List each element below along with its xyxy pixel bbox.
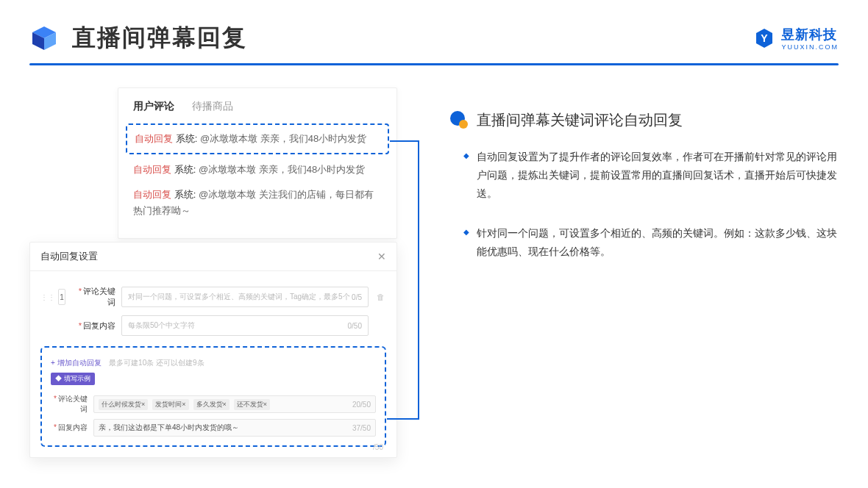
comment-row: 自动回复 系统: @冰墩墩本墩 亲亲，我们48小时内发货 (133, 157, 382, 182)
example-keyword-input[interactable]: 什么时候发货× 发货时间× 多久发货× 还不发货× 20/50 (93, 395, 376, 413)
content-label: *回复内容 (71, 320, 115, 331)
comment-row-highlighted: 自动回复 系统: @冰墩墩本墩 亲亲，我们48小时内发货 (126, 123, 389, 154)
page-title: 直播间弹幕回复 (72, 22, 247, 54)
svg-text:Y: Y (761, 32, 769, 44)
brand-logo: Y 昱新科技 YUUXIN.COM (753, 26, 839, 51)
example-block: + 增加自动回复 最多可建10条 还可以创建9条 ◆ 填写示例 *评论关键词 什… (40, 346, 386, 447)
page-header: 直播间弹幕回复 Y 昱新科技 YUUXIN.COM (0, 0, 868, 63)
delete-icon[interactable]: 🗑 (374, 293, 386, 301)
comments-card: 用户评论 待播商品 自动回复 系统: @冰墩墩本墩 亲亲，我们48小时内发货 自… (118, 87, 397, 239)
chat-bubble-icon (449, 110, 469, 130)
header-divider (29, 63, 839, 65)
section-title: 直播间弹幕关键词评论自动回复 (477, 110, 683, 130)
tag-chip[interactable]: 还不发货× (234, 399, 270, 410)
left-panel: 用户评论 待播商品 自动回复 系统: @冰墩墩本墩 亲亲，我们48小时内发货 自… (29, 87, 412, 281)
tab-user-comments[interactable]: 用户评论 (133, 100, 174, 113)
svg-point-5 (459, 120, 468, 129)
outer-counter: /50 (373, 443, 383, 451)
add-auto-reply-link[interactable]: + 增加自动回复 (51, 359, 102, 367)
keyword-label: *评论关键词 (71, 286, 115, 308)
content-input[interactable]: 每条限50个中文字符 0/50 (121, 315, 369, 336)
settings-modal: 自动回复设置 ✕ ⋮⋮ 1 *评论关键词 对同一个问题，可设置多个相近、高频的关… (29, 242, 397, 458)
index-box: 1 (58, 289, 65, 305)
drag-handle-icon[interactable]: ⋮⋮ (40, 293, 55, 301)
right-panel: 直播间弹幕关键词评论自动回复 自动回复设置为了提升作者的评论回复效率，作者可在开… (449, 87, 839, 281)
brand-name: 昱新科技 (781, 27, 837, 42)
close-icon[interactable]: ✕ (377, 251, 386, 262)
tab-pending-goods[interactable]: 待播商品 (192, 100, 233, 113)
keyword-input[interactable]: 对同一个问题，可设置多个相近、高频的关键词，Tag确定，最多5个 0/5 (121, 287, 369, 307)
auto-reply-tag: 自动回复 (135, 133, 173, 144)
example-badge: ◆ 填写示例 (51, 373, 95, 385)
tag-chip[interactable]: 发货时间× (152, 399, 188, 410)
example-content-input[interactable]: 亲，我们这边都是下单48小时内发货的哦～ 37/50 (93, 419, 376, 437)
settings-title: 自动回复设置 (40, 250, 98, 263)
comment-row: 自动回复 系统: @冰墩墩本墩 关注我们的店铺，每日都有热门推荐呦～ (133, 182, 382, 223)
cube-icon (29, 24, 59, 53)
bullet-item: 针对同一个问题，可设置多个相近的、高频的关键词。例如：这款多少钱、这块能优惠吗、… (463, 224, 839, 261)
tag-chip[interactable]: 什么时候发货× (99, 399, 148, 410)
bullet-item: 自动回复设置为了提升作者的评论回复效率，作者可在开播前针对常见的评论用户问题，提… (463, 148, 839, 204)
connector-line (418, 140, 419, 420)
tag-chip[interactable]: 多久发货× (193, 399, 230, 410)
brand-sub: YUUXIN.COM (781, 43, 839, 51)
add-hint: 最多可建10条 还可以创建9条 (109, 359, 204, 367)
